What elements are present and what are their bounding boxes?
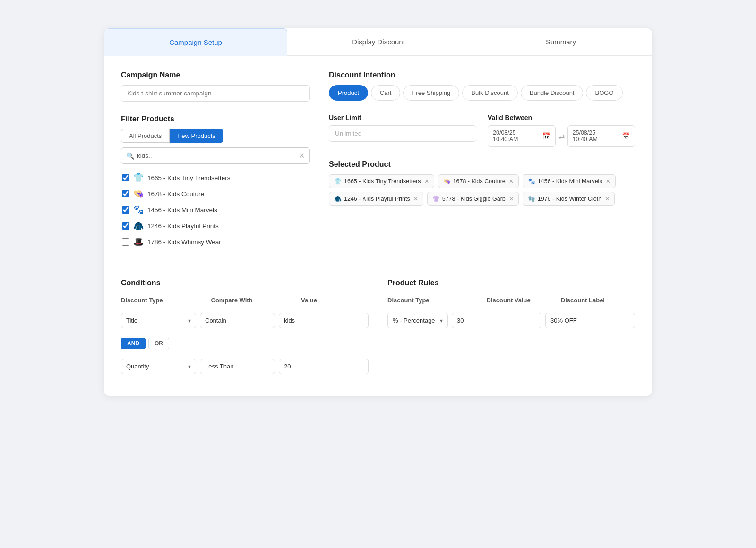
tag-remove-1976[interactable]: ✕: [605, 196, 610, 202]
list-item: 🐾 1456 - Kids Mini Marvels: [121, 202, 310, 218]
bottom-section: Conditions Discount Type Compare With Va…: [104, 265, 652, 396]
product-emoji: 👒: [133, 188, 144, 199]
date-end-input[interactable]: 25/08/25 10:40:AM 📅: [567, 125, 636, 147]
product-checkbox-1786[interactable]: [122, 238, 129, 246]
intention-btn-bogo[interactable]: BOGO: [586, 85, 622, 101]
product-search-input[interactable]: [137, 152, 299, 159]
rule-type-value: % - Percentage: [393, 317, 435, 324]
product-tag: 🧤 1976 - Kids Winter Cloth ✕: [523, 192, 615, 206]
filter-toggle-group: All Products Few Products: [121, 129, 310, 143]
tab-bar: Campaign Setup Display Discount Summary: [104, 28, 652, 56]
condition-value-1[interactable]: [279, 313, 369, 328]
chevron-down-icon: ▾: [188, 317, 191, 324]
tab-campaign-setup[interactable]: Campaign Setup: [104, 28, 287, 56]
selected-products-label: Selected Product: [329, 160, 635, 169]
tag-name: 1665 - Kids Tiny Trendsetters: [344, 178, 421, 185]
right-panel: Discount Intention Product Cart Free Shi…: [329, 71, 635, 250]
intention-btn-bundle-discount[interactable]: Bundle Discount: [521, 85, 584, 101]
calendar-start-icon: 📅: [542, 132, 550, 140]
product-emoji: 🐾: [133, 205, 144, 215]
list-item: 🎩 1786 - Kids Whimsy Wear: [121, 234, 310, 250]
product-checkbox-1456[interactable]: [122, 206, 129, 214]
intention-button-group: Product Cart Free Shipping Bulk Discount…: [329, 85, 635, 101]
col-discount-type: Discount Type: [121, 297, 211, 304]
main-card: Campaign Setup Display Discount Summary …: [104, 28, 652, 396]
intention-btn-free-shipping[interactable]: Free Shipping: [403, 85, 459, 101]
product-emoji: 🎩: [133, 237, 144, 247]
condition-type-value-1: Title: [126, 317, 137, 324]
search-icon: 🔍: [126, 152, 134, 160]
tag-emoji: 👒: [443, 178, 451, 185]
product-name: 1786 - Kids Whimsy Wear: [147, 239, 221, 246]
tag-emoji: 🧤: [528, 195, 535, 202]
col-rule-label: Discount Label: [561, 297, 635, 304]
rule-discount-value[interactable]: [452, 313, 541, 328]
main-content: Campaign Name Filter Products All Produc…: [104, 56, 652, 265]
discount-intention-section: Discount Intention Product Cart Free Shi…: [329, 71, 635, 101]
intention-btn-bulk-discount[interactable]: Bulk Discount: [462, 85, 517, 101]
product-rules-panel: Product Rules Discount Type Discount Val…: [387, 279, 635, 379]
condition-type-select-1[interactable]: Title ▾: [121, 313, 196, 328]
product-list: 👕 1665 - Kids Tiny Trendsetters 👒 1678 -…: [121, 170, 310, 250]
toggle-few-products[interactable]: Few Products: [170, 129, 223, 143]
user-limit-input[interactable]: Unlimited: [329, 125, 476, 142]
rules-table: Discount Type Discount Value Discount La…: [387, 293, 635, 333]
tag-remove-1246[interactable]: ✕: [413, 196, 418, 202]
tag-remove-1456[interactable]: ✕: [606, 178, 610, 185]
tag-name: 1678 - Kids Couture: [453, 178, 506, 185]
table-row: Title ▾ Contain: [121, 308, 369, 333]
tag-name: 1456 - Kids Mini Marvels: [538, 178, 602, 185]
col-value: Value: [301, 297, 369, 304]
rule-type-select[interactable]: % - Percentage ▾: [387, 313, 448, 328]
intention-btn-cart[interactable]: Cart: [371, 85, 401, 101]
tag-emoji: 🐾: [528, 178, 535, 185]
product-checkbox-1678[interactable]: [122, 190, 129, 197]
date-range: 20/08/25 10:40:AM 📅 ⇄ 25/08/25 10:40:AM …: [488, 125, 635, 147]
col-compare-with: Compare With: [211, 297, 301, 304]
logic-and-button[interactable]: AND: [121, 338, 146, 349]
conditions-panel: Conditions Discount Type Compare With Va…: [121, 279, 369, 379]
product-tag: 🐾 1456 - Kids Mini Marvels ✕: [523, 174, 616, 188]
date-end-value: 25/08/25 10:40:AM: [573, 129, 622, 143]
condition-value-2[interactable]: [279, 359, 369, 374]
product-name: 1665 - Kids Tiny Trendsetters: [147, 174, 231, 181]
tag-emoji: 🧥: [334, 195, 342, 202]
product-name: 1456 - Kids Mini Marvels: [147, 206, 217, 214]
tag-name: 1246 - Kids Playful Prints: [344, 196, 410, 202]
user-limit-label: User Limit: [329, 114, 476, 121]
valid-between-group: Valid Between 20/08/25 10:40:AM 📅 ⇄ 25/0…: [488, 114, 635, 147]
conditions-header: Discount Type Compare With Value: [121, 293, 369, 308]
tab-summary[interactable]: Summary: [470, 28, 652, 55]
tag-name: 5778 - Kids Giggle Garb: [442, 196, 506, 202]
campaign-name-input[interactable]: [121, 85, 310, 102]
tag-remove-5778[interactable]: ✕: [509, 196, 514, 202]
logic-or-button[interactable]: OR: [148, 338, 169, 349]
product-emoji: 👕: [133, 172, 144, 183]
filter-products-section: Filter Products All Products Few Product…: [121, 115, 310, 250]
logic-button-group: AND OR: [121, 338, 369, 349]
tag-remove-1665[interactable]: ✕: [424, 178, 429, 185]
discount-intention-label: Discount Intention: [329, 71, 635, 79]
product-tag: 🧥 1246 - Kids Playful Prints ✕: [329, 192, 423, 206]
left-panel: Campaign Name Filter Products All Produc…: [121, 71, 310, 250]
clear-search-icon[interactable]: ✕: [299, 151, 305, 160]
toggle-all-products[interactable]: All Products: [121, 129, 170, 143]
product-tag: 👕 1665 - Kids Tiny Trendsetters ✕: [329, 174, 434, 188]
conditions-label: Conditions: [121, 279, 369, 287]
conditions-table: Discount Type Compare With Value Title ▾…: [121, 293, 369, 379]
filter-products-label: Filter Products: [121, 115, 310, 123]
intention-btn-product[interactable]: Product: [329, 85, 368, 101]
user-limit-group: User Limit Unlimited: [329, 114, 476, 147]
tag-name: 1976 - Kids Winter Cloth: [538, 196, 601, 202]
product-checkbox-1246[interactable]: [122, 222, 129, 230]
tag-remove-1678[interactable]: ✕: [509, 178, 514, 185]
rule-discount-label[interactable]: [545, 313, 635, 328]
product-search-box: 🔍 ✕: [121, 147, 310, 164]
date-start-input[interactable]: 20/08/25 10:40:AM 📅: [488, 125, 556, 147]
product-tag: 👒 1678 - Kids Couture ✕: [438, 174, 519, 188]
product-rules-label: Product Rules: [387, 279, 635, 287]
product-checkbox-1665[interactable]: [122, 174, 129, 181]
condition-type-select-2[interactable]: Quantity ▾: [121, 359, 196, 374]
campaign-name-label: Campaign Name: [121, 71, 310, 79]
tab-display-discount[interactable]: Display Discount: [287, 28, 470, 55]
